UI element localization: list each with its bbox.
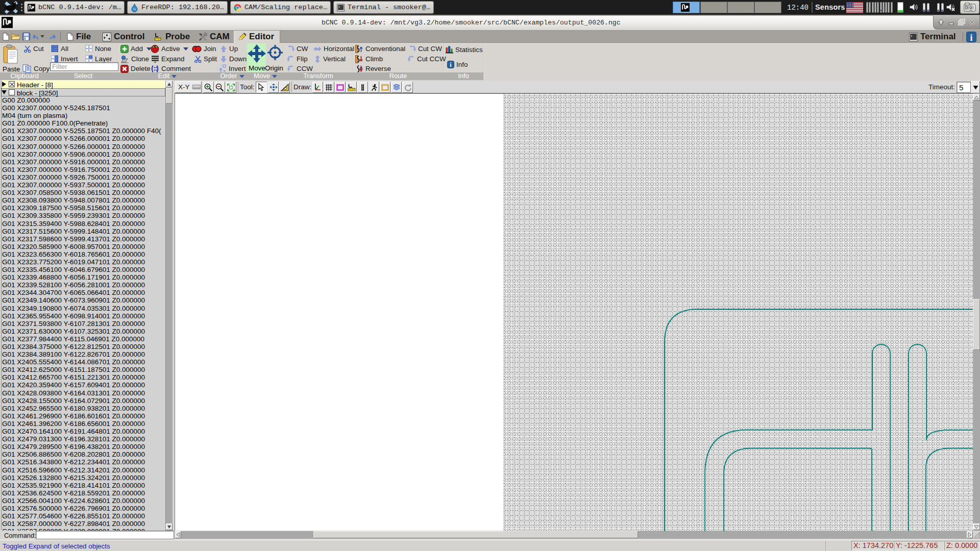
svg-text:i: i <box>970 33 972 42</box>
